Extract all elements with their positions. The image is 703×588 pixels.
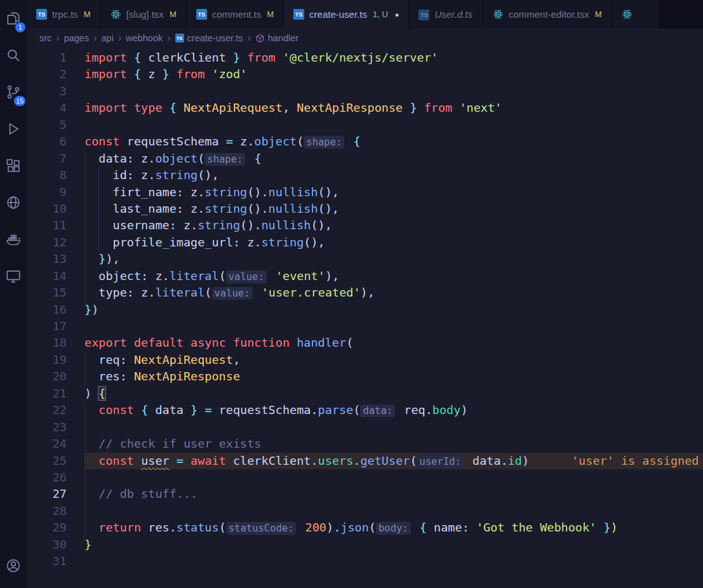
tab-comment.ts[interactable]: TScomment.tsM (187, 0, 284, 29)
line-number[interactable]: 18 (27, 335, 84, 351)
code-token: clerkClient. (226, 454, 318, 467)
code-line-content[interactable]: // check if user exists (84, 436, 703, 452)
extensions-button[interactable] (0, 147, 27, 184)
code-line-content[interactable]: const user = await clerkClient.users.get… (84, 453, 703, 469)
code-line-content[interactable] (84, 318, 703, 335)
code-line-content[interactable]: }) (84, 302, 703, 318)
line-number[interactable]: 12 (27, 234, 84, 251)
badge: 1 (15, 22, 25, 32)
tab-User.d.ts[interactable]: TSUser.d.ts (409, 0, 483, 29)
line-number[interactable]: 16 (27, 302, 84, 318)
line-number[interactable]: 25 (27, 453, 84, 469)
code-line-content[interactable] (84, 553, 703, 570)
code-line-content[interactable]: profile_image_url: z.string(), (84, 234, 703, 251)
code-token: data: (360, 404, 395, 417)
code-line-content[interactable]: res: NextApiResponse (84, 368, 703, 385)
line-number[interactable]: 29 (27, 519, 84, 536)
code-line-content[interactable]: const requestSchema = z.object(shape: { (84, 133, 703, 150)
docker-button[interactable] (0, 221, 27, 258)
line-number[interactable]: 6 (27, 133, 84, 150)
code-line-content[interactable]: return res.status(statusCode: 200).json(… (84, 519, 703, 536)
code-line-content[interactable]: data: z.object(shape: { (84, 150, 703, 167)
code-line-content[interactable]: object: z.literal(value: 'event'), (84, 268, 703, 284)
code-line-content[interactable]: // db stuff... (84, 486, 703, 502)
code-line-content[interactable]: last_name: z.string().nullish(), (84, 201, 703, 217)
line-number[interactable]: 27 (27, 486, 84, 502)
breadcrumb-label: pages (64, 33, 90, 43)
line-number[interactable]: 2 (27, 66, 84, 83)
code-line-content[interactable] (84, 469, 703, 486)
code-line-content[interactable]: firt_name: z.string().nullish(), (84, 184, 703, 201)
code-line-content[interactable]: type: z.literal(value: 'user.created'), (84, 284, 703, 301)
line-number[interactable]: 22 (27, 402, 84, 418)
code-line-content[interactable]: import { z } from 'zod' (84, 66, 703, 83)
line-number[interactable]: 4 (27, 100, 84, 116)
code-token: (). (247, 185, 268, 199)
tab-overflow[interactable] (612, 0, 660, 29)
line-number[interactable]: 20 (27, 368, 84, 385)
line-number[interactable]: 26 (27, 469, 84, 486)
code-token: function (233, 336, 290, 349)
code-token (417, 101, 424, 114)
breadcrumb-item-pages[interactable]: pages (64, 33, 90, 43)
line-number[interactable]: 3 (27, 83, 84, 100)
tab-comment-editor.tsx[interactable]: comment-editor.tsxM (483, 0, 612, 29)
code-line-content[interactable]: export default async function handler( (84, 335, 703, 351)
globe-button[interactable] (0, 184, 27, 221)
code-line-content[interactable]: } (84, 537, 703, 553)
line-number[interactable]: 1 (27, 50, 84, 66)
code-line-content[interactable]: import type { NextApiRequest, NextApiRes… (84, 100, 703, 116)
line-number[interactable]: 10 (27, 201, 84, 217)
line-number[interactable]: 23 (27, 419, 84, 436)
line-number[interactable]: 19 (27, 352, 84, 368)
code-line-content[interactable] (84, 503, 703, 519)
code-token: 'user.created' (262, 286, 361, 299)
breadcrumb-item-webhook[interactable]: webhook (126, 33, 163, 43)
code-line-content[interactable]: id: z.string(), (84, 167, 703, 184)
explorer-button[interactable]: 1 (0, 0, 27, 37)
line-number[interactable]: 31 (27, 553, 84, 570)
code-area[interactable]: 1import { clerkClient } from '@clerk/nex… (27, 48, 703, 588)
line-number[interactable]: 11 (27, 217, 84, 234)
code-line-content[interactable]: const { data } = requestSchema.parse(dat… (84, 402, 703, 418)
line-number[interactable]: 5 (27, 117, 84, 133)
breadcrumb-item-handler[interactable]: handler (255, 33, 298, 43)
code-line-content[interactable]: username: z.string().nullish(), (84, 217, 703, 234)
search-button[interactable] (0, 37, 27, 74)
line-number[interactable]: 21 (27, 385, 84, 402)
tab-create-user.ts[interactable]: TScreate-user.ts1, U● (284, 0, 409, 29)
code-line-content[interactable]: import { clerkClient } from '@clerk/next… (84, 50, 703, 66)
line-number[interactable]: 24 (27, 436, 84, 452)
unsaved-indicator[interactable]: ● (395, 11, 399, 18)
code-token: NextApiRequest (134, 353, 233, 366)
code-line-content[interactable] (84, 117, 703, 133)
source-control-button[interactable]: 15 (0, 74, 27, 110)
tab-trpc.ts[interactable]: TStrpc.tsM (27, 0, 101, 29)
line-number[interactable]: 14 (27, 268, 84, 284)
code-line-content[interactable] (84, 419, 703, 436)
breadcrumb-item-api[interactable]: api (102, 33, 114, 43)
line-number[interactable]: 17 (27, 318, 84, 335)
line-number[interactable]: 30 (27, 537, 84, 553)
line-number[interactable]: 28 (27, 503, 84, 519)
code-token (452, 101, 459, 114)
code-line-content[interactable]: ) { (84, 385, 703, 402)
breadcrumb-item-create-user.ts[interactable]: TScreate-user.ts (175, 33, 243, 43)
line-number[interactable]: 13 (27, 251, 84, 267)
line-number[interactable]: 7 (27, 150, 84, 167)
accounts-button[interactable] (0, 547, 27, 584)
line-number[interactable]: 9 (27, 184, 84, 201)
code-line-content[interactable] (84, 83, 703, 100)
code-line-content[interactable]: }), (84, 251, 703, 267)
run-debug-button[interactable] (0, 110, 27, 147)
tab-[slug].tsx[interactable]: [slug].tsxM (101, 0, 187, 29)
line-number[interactable]: 8 (27, 167, 84, 184)
code-token: = (226, 135, 233, 148)
line-number[interactable]: 15 (27, 284, 84, 301)
code-token: ) (611, 521, 618, 534)
code-token (163, 101, 170, 114)
code-token: // db stuff... (98, 487, 198, 500)
breadcrumb-item-src[interactable]: src (39, 33, 51, 43)
code-line-content[interactable]: req: NextApiRequest, (84, 352, 703, 368)
remote-explorer-button[interactable] (0, 258, 27, 295)
